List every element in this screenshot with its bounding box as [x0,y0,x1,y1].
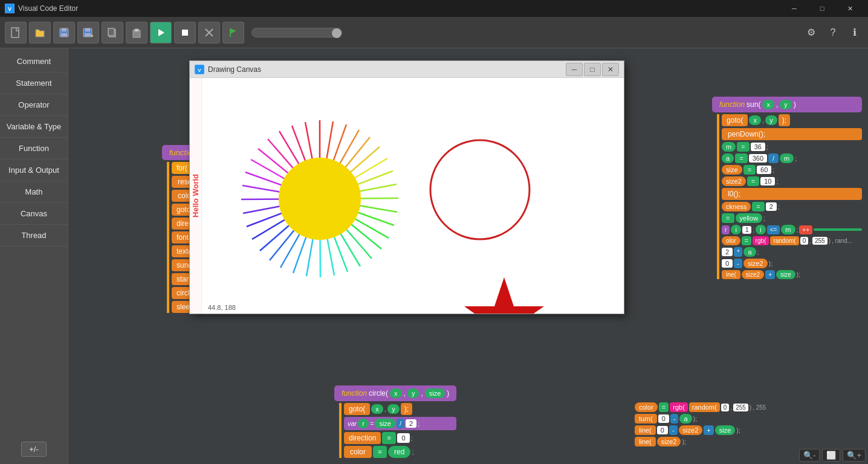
drawing-svg [202,78,624,314]
sidebar-item-comment[interactable]: Comment [0,51,68,72]
hello-world-label: Hello World [191,174,200,218]
svg-point-59 [430,140,530,239]
svg-rect-15 [182,30,188,36]
toolbar-right: ⚙ ? ℹ [803,24,863,41]
open-button[interactable] [29,22,51,44]
fit-screen-button[interactable]: ⬜ [822,449,840,462]
svg-text:+: + [91,33,94,39]
circle-function-block: function circle( x , y , size ) goto( x … [334,385,456,458]
sidebar-item-math[interactable]: Math [0,181,68,203]
drawing-titlebar: V Drawing Canvas ─ □ ✕ [190,61,624,78]
svg-text:V: V [8,6,11,12]
svg-text:V: V [198,68,201,73]
svg-rect-5 [61,33,67,36]
svg-rect-4 [62,28,66,31]
app-icon: V [5,4,15,13]
settings-icon[interactable]: ⚙ [803,24,820,41]
save-as-button[interactable]: + [77,22,99,44]
sun-function-bottom-block: color = rgb( random( 0 , 255 ) , 255 tur… [632,400,868,464]
progress-bar [251,28,342,37]
svg-marker-14 [158,29,164,36]
help-icon[interactable]: ? [824,24,841,41]
sidebar-item-operator[interactable]: Operator [0,94,68,116]
new-button[interactable] [5,22,27,44]
zoom-in-button[interactable]: 🔍+ [843,449,866,462]
minimize-button[interactable]: ─ [781,0,808,17]
progress-thumb[interactable] [332,28,342,38]
zoom-out-button[interactable]: 🔍- [799,449,820,462]
drawing-window-icon: V [195,65,204,74]
drawing-window-title: Drawing Canvas [208,65,562,74]
window-controls: ─ □ ✕ [781,0,863,17]
toolbar: + ⚙ ? ℹ [0,17,868,48]
drawing-minimize-button[interactable]: ─ [566,63,583,76]
drawing-canvas-content: Hello World [190,78,624,314]
debug-button[interactable] [198,22,220,44]
svg-rect-2 [11,28,19,37]
canvas-area: function main() for( var i 1 ); i reset(… [68,48,868,464]
svg-rect-7 [85,28,90,31]
svg-rect-8 [85,33,91,36]
copy-button[interactable] [102,22,123,44]
close-button[interactable]: ✕ [837,0,863,17]
sidebar-item-variable-type[interactable]: Variable & Type [0,116,68,138]
drawing-close-button[interactable]: ✕ [602,63,619,76]
svg-marker-60 [464,277,544,314]
stop-button[interactable] [174,22,196,44]
drawing-window-controls: ─ □ ✕ [566,63,619,76]
sidebar-item-statement[interactable]: Statement [0,72,68,94]
svg-point-58 [279,158,361,240]
sidebar-item-input-output[interactable]: Input & Output [0,160,68,181]
svg-rect-11 [108,28,114,36]
title-bar: V Visual Code Editor ─ □ ✕ [0,0,868,17]
sun-function-block: function sun( x , y ) goto( x , y ); pen… [712,97,862,279]
svg-rect-13 [135,29,138,31]
svg-marker-19 [230,28,236,34]
drawing-maximize-button[interactable]: □ [584,63,601,76]
sidebar: Comment Statement Operator Variable & Ty… [0,48,68,464]
info-icon[interactable]: ℹ [846,24,863,41]
save-button[interactable] [53,22,75,44]
maximize-button[interactable]: □ [809,0,835,17]
sidebar-item-function[interactable]: Function [0,138,68,160]
sidebar-add: +/- [0,437,68,462]
coordinates-display: 44.8, 188 [208,304,236,311]
sidebar-item-canvas[interactable]: Canvas [0,203,68,225]
run-button[interactable] [150,22,172,44]
app-title: Visual Code Editor [18,4,781,13]
drawing-canvas-window: V Drawing Canvas ─ □ ✕ Hello World [189,60,624,314]
add-remove-button[interactable]: +/- [21,442,47,457]
paste-button[interactable] [126,22,147,44]
sidebar-item-thread[interactable]: Thread [0,225,68,246]
flag-button[interactable] [222,22,244,44]
main-layout: Comment Statement Operator Variable & Ty… [0,48,868,464]
